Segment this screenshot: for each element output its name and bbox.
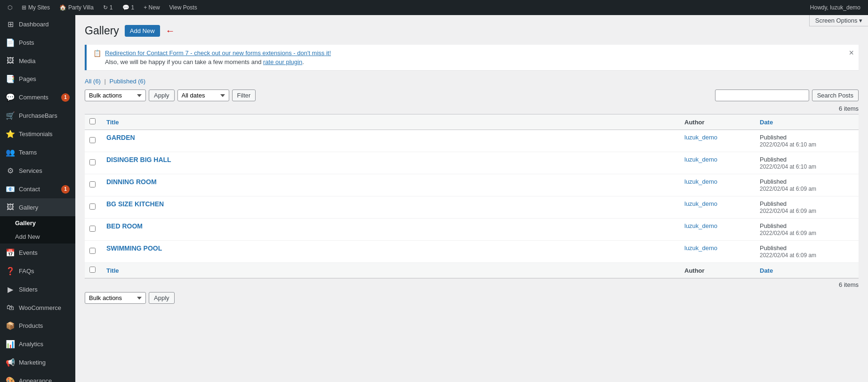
sidebar-item-gallery[interactable]: 🖼 Gallery xyxy=(0,198,75,216)
sidebar-item-analytics[interactable]: 📊 Analytics xyxy=(0,335,75,353)
post-title-link[interactable]: DISINGER BIG HALL xyxy=(106,156,171,163)
row-checkbox-0[interactable] xyxy=(89,137,96,143)
sidebar-label-appearance: Appearance xyxy=(19,377,70,382)
admin-bar: ⬡ ⊞ My Sites 🏠 Party Villa ↻ 1 💬 1 + New… xyxy=(0,0,868,15)
sidebar-item-testimonials[interactable]: ⭐ Testimonials xyxy=(0,125,75,143)
date-status: Published xyxy=(760,222,787,229)
select-all-checkbox[interactable] xyxy=(89,118,96,124)
table-header-row: Title Author Date xyxy=(85,114,859,130)
top-bulk-actions-select[interactable]: Bulk actions Move to Trash xyxy=(85,89,146,101)
date-value: 2022/02/04 at 6:09 am xyxy=(760,252,816,259)
post-title-link[interactable]: BED ROOM xyxy=(106,222,143,230)
post-title-link[interactable]: BG SIZE KITCHEN xyxy=(106,200,164,208)
col-footer-cb xyxy=(85,263,102,278)
col-footer-title[interactable]: Title xyxy=(102,263,680,278)
main-content: Gallery Add New ← 📋 Redirection for Cont… xyxy=(75,15,868,382)
sidebar-item-dashboard[interactable]: ⊞ Dashboard xyxy=(0,15,75,33)
sidebar-item-comments[interactable]: 💬 Comments 1 xyxy=(0,88,75,106)
my-sites-label: My Sites xyxy=(28,4,50,11)
sidebar-item-woocommerce[interactable]: 🛍 WooCommerce xyxy=(0,299,75,317)
col-header-date[interactable]: Date xyxy=(755,114,859,130)
sidebar-label-dashboard: Dashboard xyxy=(19,21,70,28)
wp-icon: ⬡ xyxy=(8,4,12,11)
search-posts-input[interactable] xyxy=(715,89,809,101)
sidebar-label-gallery: Gallery xyxy=(19,204,70,211)
arrow-indicator: ← xyxy=(166,25,175,36)
author-link[interactable]: luzuk_demo xyxy=(684,134,717,141)
bottom-bulk-actions-select[interactable]: Bulk actions Move to Trash xyxy=(85,292,146,304)
row-title-cell: DISINGER BIG HALL xyxy=(102,152,680,174)
updates-menu[interactable]: ↻ 1 xyxy=(99,0,117,15)
col-footer-date[interactable]: Date xyxy=(755,263,859,278)
sidebar-subitem-gallery-all[interactable]: Gallery xyxy=(0,216,75,230)
filter-button[interactable]: Filter xyxy=(232,89,256,101)
sidebar-item-marketing[interactable]: 📢 Marketing xyxy=(0,353,75,372)
site-name-menu[interactable]: 🏠 Party Villa xyxy=(56,0,97,15)
post-title-link[interactable]: SWIMMING POOL xyxy=(106,244,162,252)
sidebar-item-purchasebars[interactable]: 🛒 PurchaseBars xyxy=(0,106,75,125)
sidebar-item-faqs[interactable]: ❓ FAQs xyxy=(0,262,75,280)
bottom-toolbar: Bulk actions Move to Trash Apply xyxy=(85,292,859,304)
sidebar-item-events[interactable]: 📅 Events xyxy=(0,244,75,262)
comments-icon: 💬 xyxy=(122,4,129,11)
notice-link[interactable]: Redirection for Contact Form 7 - check o… xyxy=(105,49,331,57)
add-new-button[interactable]: Add New xyxy=(125,25,160,37)
row-title-cell: SWIMMING POOL xyxy=(102,241,680,263)
view-posts-link[interactable]: View Posts xyxy=(166,0,201,15)
notice-close-button[interactable]: × xyxy=(849,49,854,57)
notice-body: Also, we will be happy if you can take a… xyxy=(105,58,331,65)
sidebar-item-sliders[interactable]: ▶ Sliders xyxy=(0,280,75,299)
author-link[interactable]: luzuk_demo xyxy=(684,222,717,229)
sidebar-label-comments: Comments xyxy=(19,94,57,101)
row-checkbox-2[interactable] xyxy=(89,181,96,187)
author-link[interactable]: luzuk_demo xyxy=(684,156,717,163)
wp-logo[interactable]: ⬡ xyxy=(4,0,16,15)
dates-filter-select[interactable]: All dates xyxy=(177,89,229,101)
author-link[interactable]: luzuk_demo xyxy=(684,244,717,252)
sidebar-item-teams[interactable]: 👥 Teams xyxy=(0,143,75,162)
sidebar-item-appearance[interactable]: 🎨 Appearance xyxy=(0,372,75,382)
sidebar-subitem-gallery-add-new[interactable]: Add New xyxy=(0,230,75,244)
date-value: 2022/02/04 at 6:09 am xyxy=(760,230,816,236)
sidebar-item-media[interactable]: 🖼 Media xyxy=(0,52,75,70)
sidebar-label-media: Media xyxy=(19,57,70,65)
filter-all-link[interactable]: All (6) xyxy=(85,78,101,85)
comments-badge: 1 xyxy=(61,93,70,102)
row-checkbox-5[interactable] xyxy=(89,248,96,254)
bottom-apply-button[interactable]: Apply xyxy=(149,292,175,304)
select-all-footer-checkbox[interactable] xyxy=(89,267,96,273)
howdy-menu[interactable]: Howdy, luzuk_demo xyxy=(806,0,864,15)
date-status: Published xyxy=(760,244,787,252)
row-checkbox-4[interactable] xyxy=(89,226,96,232)
new-menu[interactable]: + New xyxy=(140,0,163,15)
post-title-link[interactable]: GARDEN xyxy=(106,134,135,141)
sidebar-item-services[interactable]: ⚙ Services xyxy=(0,162,75,180)
sidebar-label-faqs: FAQs xyxy=(19,268,70,275)
row-author-cell: luzuk_demo xyxy=(680,152,755,174)
top-apply-button[interactable]: Apply xyxy=(149,89,175,101)
my-sites-menu[interactable]: ⊞ My Sites xyxy=(18,0,54,15)
rate-plugin-link[interactable]: rate our plugin xyxy=(263,58,302,65)
post-title-link[interactable]: DINNING ROOM xyxy=(106,178,157,186)
sidebar-label-testimonials: Testimonials xyxy=(19,130,70,138)
row-checkbox-1[interactable] xyxy=(89,159,96,165)
sidebar-item-pages[interactable]: 📑 Pages xyxy=(0,70,75,88)
col-header-title[interactable]: Title xyxy=(102,114,680,130)
screen-options-button[interactable]: Screen Options ▾ xyxy=(809,15,868,26)
sidebar-label-events: Events xyxy=(19,249,70,256)
search-posts-button[interactable]: Search Posts xyxy=(812,89,859,101)
filter-published-link[interactable]: Published (6) xyxy=(110,78,146,85)
row-title-cell: DINNING ROOM xyxy=(102,174,680,196)
sidebar-item-contact[interactable]: 📧 Contact 1 xyxy=(0,180,75,198)
author-link[interactable]: luzuk_demo xyxy=(684,200,717,207)
sidebar-label-posts: Posts xyxy=(19,39,70,46)
filter-sep: | xyxy=(104,78,108,85)
sidebar-item-posts[interactable]: 📄 Posts xyxy=(0,33,75,52)
row-checkbox-cell xyxy=(85,219,102,241)
sidebar-item-products[interactable]: 📦 Products xyxy=(0,317,75,335)
row-author-cell: luzuk_demo xyxy=(680,241,755,263)
row-checkbox-3[interactable] xyxy=(89,203,96,210)
comments-menu[interactable]: 💬 1 xyxy=(119,0,138,15)
author-link[interactable]: luzuk_demo xyxy=(684,178,717,185)
purchasebars-icon: 🛒 xyxy=(6,111,15,120)
